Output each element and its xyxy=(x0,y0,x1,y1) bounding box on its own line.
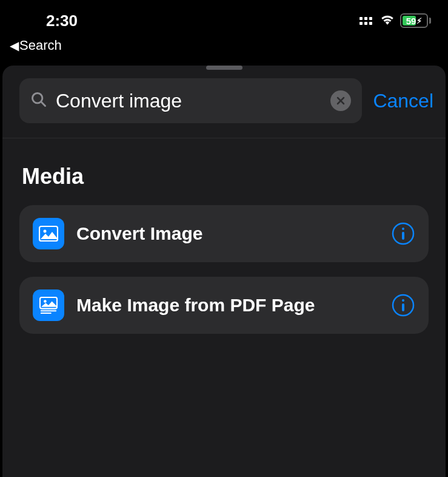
photo-icon xyxy=(33,218,64,249)
search-field[interactable] xyxy=(19,78,362,123)
photo-pdf-icon xyxy=(33,289,64,321)
back-label: Search xyxy=(19,38,62,53)
back-navigation[interactable]: ◀︎ Search xyxy=(10,38,438,53)
charging-icon: ⚡︎ xyxy=(416,16,422,25)
info-button[interactable] xyxy=(391,293,415,317)
clear-search-button[interactable] xyxy=(330,90,351,111)
section-title-media: Media xyxy=(19,164,429,189)
svg-point-10 xyxy=(44,300,47,303)
svg-point-5 xyxy=(44,230,47,233)
status-bar: 2:30 59 ⚡︎ xyxy=(0,0,448,34)
action-list: Convert Image xyxy=(19,205,429,334)
wifi-icon xyxy=(379,13,395,28)
cancel-button[interactable]: Cancel xyxy=(373,90,433,112)
search-icon xyxy=(30,91,47,110)
svg-rect-8 xyxy=(402,232,404,240)
search-input[interactable] xyxy=(56,90,322,112)
info-button[interactable] xyxy=(391,222,415,246)
action-convert-image[interactable]: Convert Image xyxy=(19,205,429,262)
status-time: 2:30 xyxy=(17,12,78,30)
svg-point-14 xyxy=(402,299,404,302)
chevron-left-icon: ◀︎ xyxy=(10,38,19,53)
action-label: Convert Image xyxy=(76,223,379,244)
svg-rect-15 xyxy=(402,303,404,311)
battery-icon: 59 ⚡︎ xyxy=(400,13,431,28)
status-right: 59 ⚡︎ xyxy=(359,13,431,28)
sheet-grabber[interactable] xyxy=(206,66,242,70)
search-sheet: Cancel Media Convert Image xyxy=(2,66,446,477)
results-content: Media Convert Image xyxy=(2,138,446,334)
battery-percent: 59 xyxy=(406,16,416,26)
svg-point-7 xyxy=(402,228,404,230)
search-row: Cancel xyxy=(2,78,446,138)
action-label: Make Image from PDF Page xyxy=(76,295,379,316)
action-make-image-from-pdf[interactable]: Make Image from PDF Page xyxy=(19,277,429,334)
svg-line-1 xyxy=(41,102,45,106)
status-indicator-icon xyxy=(359,17,372,25)
